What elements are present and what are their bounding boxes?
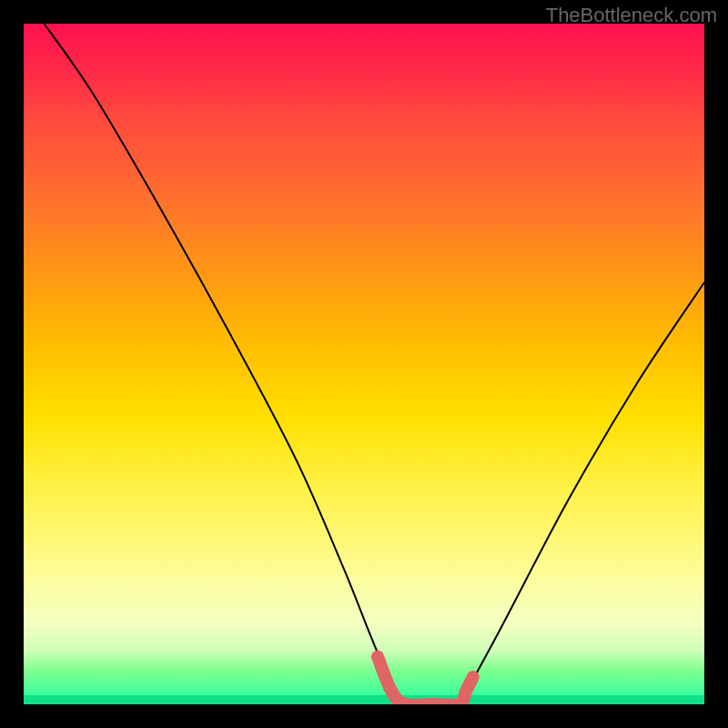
- watermark-text: TheBottleneck.com: [546, 4, 717, 27]
- right-curve-line: [460, 282, 704, 704]
- chart-container: TheBottleneck.com: [0, 0, 728, 728]
- left-curve-line: [44, 24, 404, 704]
- plot-area: [24, 24, 704, 704]
- chart-svg: [24, 24, 704, 704]
- pink-highlight-line: [378, 657, 473, 704]
